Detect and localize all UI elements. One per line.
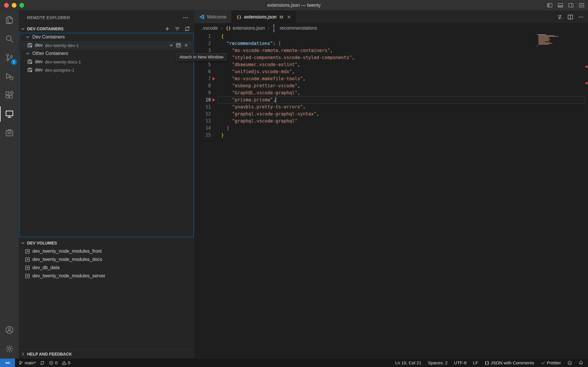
section-header-dev-containers[interactable]: DEV CONTAINERS	[19, 25, 194, 33]
code-line[interactable]: 14 ]	[194, 125, 588, 132]
code-line[interactable]: 13 "graphql.vscode-graphql"	[194, 118, 588, 125]
volume-item-dev-twenty-node-modules-docs[interactable]: dev_twenty_node_modules_docs	[19, 255, 194, 264]
status-item-lf[interactable]: LF	[473, 358, 478, 367]
status-item-utf-8[interactable]: UTF-8	[454, 358, 467, 367]
line-number[interactable]: 10	[194, 96, 211, 103]
volume-item-dev-db-data[interactable]: dev_db_data	[19, 264, 194, 272]
code-line[interactable]: 10 "prisma.prisma",	[194, 96, 588, 103]
activitybar-item-search[interactable]	[0, 29, 19, 48]
container-item-dev-twenty-docs-1[interactable]: devdev-twenty-docs-1	[19, 58, 194, 66]
section-header-dev-volumes[interactable]: DEV VOLUMES	[19, 239, 194, 247]
status-item-sync-icon[interactable]	[40, 358, 45, 367]
tab-welcome[interactable]: Welcome	[194, 11, 231, 23]
tree-group-other-containers[interactable]: Other Containers	[19, 49, 194, 58]
status-item-spaces-2[interactable]: Spaces: 2	[428, 358, 447, 367]
status-item-feedback-icon[interactable]	[567, 358, 572, 367]
line-number[interactable]: 11	[194, 103, 211, 110]
minimize-window-button[interactable]	[12, 3, 16, 8]
status-item-0[interactable]: 0	[62, 358, 70, 367]
tree-group-dev-containers[interactable]: Dev Containers	[19, 33, 194, 41]
code-line[interactable]: 2 "recommendations": [	[194, 40, 588, 47]
sidebar-more-actions-icon[interactable]	[183, 15, 188, 21]
line-number[interactable]: 5	[194, 61, 211, 68]
remote-indicator[interactable]: ><	[0, 358, 15, 367]
close-icon[interactable]	[287, 15, 291, 19]
close-icon[interactable]	[184, 43, 188, 48]
volume-label: dev_twenty_node_modules_server	[32, 273, 105, 279]
status-item-json-with-comments[interactable]: {}JSON with Comments	[485, 358, 534, 367]
code-line[interactable]: 5 "dbaeumer.vscode-eslint",	[194, 61, 588, 68]
activitybar-item-explorer[interactable]	[0, 11, 19, 29]
activitybar-item-settings[interactable]	[0, 339, 19, 358]
activitybar-item-container-tools[interactable]	[0, 123, 19, 142]
activitybar-item-accounts[interactable]	[0, 321, 19, 339]
section-label: DEV CONTAINERS	[27, 26, 64, 31]
line-number[interactable]: 14	[194, 125, 211, 132]
tab-extensions-json[interactable]: {}extensions.jsonM	[231, 11, 296, 23]
zoom-window-button[interactable]	[19, 3, 24, 8]
attach-icon[interactable]	[168, 43, 173, 48]
activitybar-item-remote-explorer[interactable]	[0, 105, 19, 123]
status-item-0[interactable]: 0	[49, 358, 57, 367]
line-number[interactable]: 12	[194, 110, 211, 118]
breadcrumb-item-extensions-json[interactable]: {}extensions.json	[225, 25, 265, 31]
code-line[interactable]: 12 "graphql.vscode-graphql-syntax",	[194, 110, 588, 118]
volume-item-dev-twenty-node-modules-server[interactable]: dev_twenty_node_modules_server	[19, 272, 194, 280]
git-modified-badge: M	[280, 14, 283, 19]
close-window-button[interactable]	[4, 3, 9, 8]
code-line[interactable]: 6 "unifiedjs.vscode-mdx",	[194, 68, 588, 75]
activitybar-item-source-control[interactable]: 1	[0, 48, 19, 67]
status-item-ln-10-col-21[interactable]: Ln 10, Col 21	[395, 358, 421, 367]
status-label: 0	[68, 360, 70, 365]
volume-label: dev_db_data	[32, 265, 60, 270]
attach-new-window-icon[interactable]	[176, 43, 181, 48]
customize-layout-icon[interactable]	[579, 2, 584, 8]
code-line[interactable]: 9 "GraphQL.vscode-graphql",	[194, 89, 588, 96]
section-header-help-feedback[interactable]: HELP AND FEEDBACK	[19, 350, 194, 358]
code-line[interactable]: 4 "styled-components.vscode-styled-compo…	[194, 54, 588, 61]
line-number[interactable]: 6	[194, 68, 211, 75]
line-number[interactable]: 15	[194, 132, 211, 139]
minimap[interactable]	[537, 33, 584, 47]
breadcrumb-item-vscode[interactable]: .vscode	[202, 26, 218, 31]
container-item-dev-twenty-dev-1[interactable]: devdev-twenty-dev-1	[19, 41, 194, 49]
minimap-line	[538, 41, 549, 41]
compare-changes-icon[interactable]	[557, 14, 563, 20]
filter-icon[interactable]	[174, 26, 180, 32]
toggle-secondary-sidebar-icon[interactable]	[568, 2, 574, 8]
sidebar-title: REMOTE EXPLORER	[27, 15, 183, 20]
line-number[interactable]: 7	[194, 75, 211, 82]
code-line[interactable]: 15}	[194, 132, 588, 139]
activitybar-item-extensions[interactable]	[0, 86, 19, 105]
status-item-prettier[interactable]: Prettier	[541, 358, 561, 367]
code-line[interactable]: 7 "ms-vscode.makefile-tools",	[194, 75, 588, 82]
container-item-dev-postgres-1[interactable]: devdev-postgres-1	[19, 66, 194, 74]
toggle-primary-sidebar-icon[interactable]	[547, 2, 553, 8]
add-icon[interactable]	[164, 26, 170, 32]
more-icon[interactable]	[578, 14, 584, 20]
toggle-panel-icon[interactable]	[557, 2, 563, 8]
status-item-main[interactable]: main*	[19, 358, 36, 367]
run-debug-icon	[5, 72, 14, 81]
code-line[interactable]: 3 "ms-vscode-remote.remote-containers",	[194, 47, 588, 54]
line-number[interactable]: 2	[194, 40, 211, 47]
editor-actions	[557, 11, 588, 23]
split-editor-icon[interactable]	[567, 14, 573, 20]
volume-item-dev-twenty-node-modules-front[interactable]: dev_twenty_node_modules_front	[19, 247, 194, 255]
gear-icon	[5, 344, 14, 353]
code-line[interactable]: 1{	[194, 33, 588, 40]
line-number[interactable]: 9	[194, 89, 211, 96]
refresh-icon[interactable]	[184, 26, 190, 32]
code-editor[interactable]: 1{2 "recommendations": [3 "ms-vscode-rem…	[194, 33, 588, 139]
activitybar-item-run-debug[interactable]	[0, 67, 19, 86]
code-line[interactable]: 11 "yoavbls.pretty-ts-errors",	[194, 103, 588, 110]
status-item-bell-icon[interactable]	[579, 358, 583, 367]
line-number[interactable]: 13	[194, 118, 211, 125]
titlebar: extensions.json — twenty	[0, 0, 588, 11]
remote-icon: ><	[5, 360, 10, 365]
line-number[interactable]: 8	[194, 82, 211, 89]
code-line[interactable]: 8 "esbenp.prettier-vscode",	[194, 82, 588, 89]
breadcrumb-item-recommendations[interactable]: [ ]recommendations	[273, 25, 317, 31]
line-number[interactable]: 1	[194, 33, 211, 40]
warning-icon	[62, 361, 66, 365]
